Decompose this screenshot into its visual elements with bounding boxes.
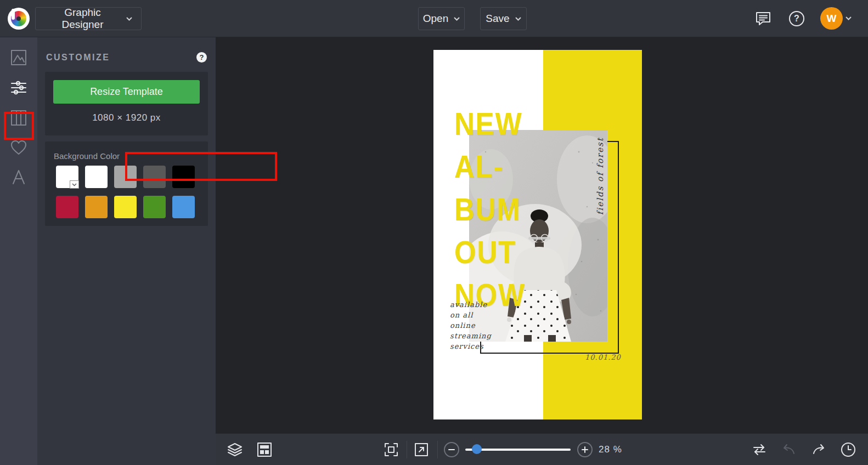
chevron-down-icon [126,17,132,21]
open-label: Open [423,13,448,25]
toolbar-divider [407,441,407,458]
minus-icon [448,446,455,453]
title-line: OUT [454,231,526,274]
undo-button[interactable] [781,441,797,458]
swatch-gray[interactable] [114,166,137,188]
background-color-label: Background Color [54,151,120,161]
text-icon [10,169,27,185]
open-button[interactable]: Open [418,7,465,30]
swap-arrows-icon [752,443,767,456]
swatch-white[interactable] [85,166,108,188]
redo-button[interactable] [810,441,827,458]
feedback-chat-icon[interactable] [754,9,773,28]
template-size-label: 1080 × 1920 px [45,112,208,123]
history-button[interactable] [840,441,856,458]
caption-line: on all [450,310,492,320]
heart-icon [10,139,27,156]
top-bar: Graphic Designer Open Save ? W [0,0,868,37]
caption-line: available [450,299,492,310]
logo-center [16,16,21,21]
undo-icon [782,444,796,456]
app-window: Graphic Designer Open Save ? W [0,0,868,465]
save-label: Save [486,13,509,25]
text-tab[interactable] [9,168,28,186]
favorites-tab[interactable] [9,138,28,157]
save-button[interactable]: Save [480,7,527,30]
toolbar-divider [437,441,438,458]
poster-date[interactable]: 10.01.20 [585,353,621,361]
layers-icon [227,443,243,457]
swatch-red[interactable] [56,196,78,218]
avatar-initial: W [827,13,837,25]
color-picker-chevron-icon[interactable] [70,180,79,189]
resize-card: Resize Template 1080 × 1920 px [45,72,208,135]
avatar[interactable]: W [820,7,843,30]
poster-vertical-text[interactable]: fields of forest [595,115,606,215]
title-line: AL- [454,145,526,188]
poster-title[interactable]: NEW AL- BUM OUT NOW [454,103,536,316]
layers-button[interactable] [227,441,243,458]
swatch-green[interactable] [143,196,166,218]
resize-template-button[interactable]: Resize Template [53,80,200,104]
panel-help-glyph: ? [200,53,204,61]
side-rail [0,37,37,465]
logo-b-stem [12,9,15,20]
templates-tab[interactable] [9,109,28,127]
caption-line: streaming [450,331,492,341]
zoom-out-button[interactable] [444,442,459,457]
swatch-custom-white[interactable] [56,166,78,188]
caption-line: online [450,320,492,331]
columns-icon [10,110,27,126]
zoom-slider-handle[interactable] [472,444,482,454]
swatch-orange[interactable] [85,196,108,218]
fullscreen-button[interactable] [413,441,430,458]
app-mode-menu[interactable]: Graphic Designer [35,7,142,30]
chevron-down-icon [515,17,521,21]
help-icon[interactable]: ? [787,9,806,28]
account-chevron-down-icon[interactable] [846,16,852,20]
plus-icon [582,446,588,453]
customize-tab[interactable] [9,78,28,97]
title-line: NEW [454,103,526,145]
compare-button[interactable] [751,441,768,458]
panel-title: CUSTOMIZE [46,53,110,63]
caption-line: services [450,341,492,351]
befunky-logo-icon[interactable] [8,8,30,30]
design-canvas[interactable]: NEW AL- BUM OUT NOW fields of forest ava… [433,50,642,419]
history-clock-icon [841,442,856,457]
app-mode-label: Graphic Designer [44,7,121,31]
template-manager-button[interactable] [256,441,273,458]
fit-screen-icon [384,443,398,457]
swatch-blue[interactable] [172,196,195,218]
sliders-icon [10,79,27,97]
bottom-toolbar: 28 % [216,433,868,465]
swatch-black[interactable] [172,166,195,188]
poster-caption[interactable]: available on all online streaming servic… [450,299,492,351]
chevron-down-icon [454,17,460,21]
background-color-card: Background Color [45,141,208,226]
panel-header: CUSTOMIZE ? [46,52,207,63]
image-manager-tab[interactable] [9,48,28,67]
expand-icon [414,443,429,457]
swatch-yellow[interactable] [114,196,137,218]
zoom-percentage: 28 % [599,444,622,455]
layout-icon [257,442,272,457]
fit-to-screen-button[interactable] [383,441,399,458]
image-icon [10,49,27,66]
redo-icon [811,444,826,456]
swatch-dark-gray[interactable] [143,166,166,188]
title-line: BUM [454,188,526,231]
customize-panel: CUSTOMIZE ? Resize Template 1080 × 1920 … [37,37,216,465]
zoom-in-button[interactable] [577,442,593,457]
panel-help-icon[interactable]: ? [196,52,207,63]
help-glyph: ? [794,14,799,24]
